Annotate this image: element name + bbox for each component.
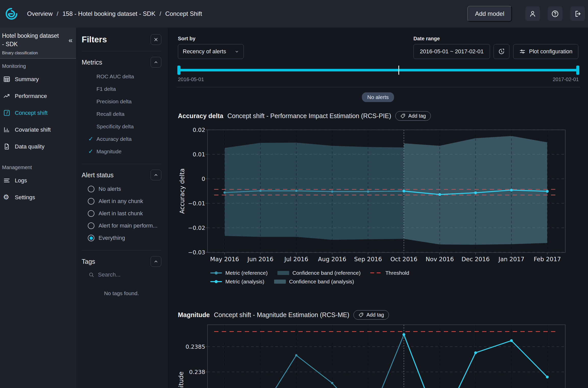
legend-label: Threshold	[385, 270, 409, 276]
filter-metric-specificity-delta[interactable]: Specificity delta	[82, 120, 161, 133]
date-range-slider[interactable]	[178, 65, 579, 75]
svg-text:Oct 2016: Oct 2016	[390, 256, 418, 262]
alert-status-alert-in-any-chunk[interactable]: Alert in any chunk	[82, 195, 161, 207]
chevron-up-icon	[153, 259, 159, 264]
divider	[176, 87, 580, 87]
filter-metric-precision-delta[interactable]: Precision delta	[82, 95, 161, 108]
svg-text:Feb 2017: Feb 2017	[534, 256, 561, 262]
user-account-button[interactable]	[525, 6, 540, 21]
help-button[interactable]	[548, 6, 562, 21]
svg-text:0: 0	[202, 176, 205, 182]
metric-label: Specificity delta	[96, 123, 134, 130]
date-range-group: Date range Plot configu	[413, 36, 578, 59]
svg-text:Jun 2016: Jun 2016	[247, 256, 274, 262]
logout-button[interactable]	[570, 6, 585, 21]
sidebar-item-label: Summary	[15, 76, 39, 83]
radio-icon	[88, 198, 94, 205]
breadcrumb-separator: /	[160, 10, 161, 17]
breadcrumb-item-158-hotel-booking-dataset-sdk[interactable]: 158 - Hotel booking dataset - SDK	[63, 10, 155, 17]
check-icon: ✓	[88, 148, 96, 155]
sidebar-collapse-button[interactable]: «	[68, 32, 72, 49]
check-icon: ✓	[88, 135, 96, 142]
sidebar-item-label: Performance	[15, 93, 47, 99]
alert-status-everything[interactable]: Everything	[82, 232, 161, 244]
slider-handle-right[interactable]	[576, 66, 579, 75]
svg-text:Sep 2016: Sep 2016	[354, 256, 382, 262]
date-range-input[interactable]	[413, 44, 490, 59]
alert-status-alert-in-last-chunk[interactable]: Alert in last chunk	[82, 207, 161, 220]
reset-date-range-button[interactable]	[494, 44, 509, 59]
slider-end-date: 2017-02-01	[553, 77, 579, 82]
alert-status-collapse-button[interactable]	[151, 170, 161, 180]
date-range-label: Date range	[413, 36, 578, 42]
slider-start-date: 2016-05-01	[178, 77, 204, 82]
svg-text:0.238: 0.238	[189, 369, 205, 375]
legend-label: Metric (reference)	[225, 270, 268, 276]
tags-collapse-button[interactable]	[151, 256, 161, 267]
tag-search-input[interactable]	[98, 271, 154, 278]
barchart-icon	[3, 126, 10, 133]
slider-track[interactable]	[178, 69, 579, 71]
radio-label: No alerts	[99, 186, 121, 192]
no-alerts-badge: No alerts	[362, 92, 394, 102]
svg-text:Magnitude: Magnitude	[178, 371, 185, 388]
filter-metric-magnitude[interactable]: ✓Magnitude	[82, 145, 161, 158]
legend-row: Metric (analysis)Confidence band (analys…	[210, 279, 588, 285]
table-icon	[3, 76, 10, 83]
app-logo-icon	[5, 7, 18, 20]
legend-item-metric-analysis: Metric (analysis)	[210, 279, 264, 285]
user-icon	[529, 10, 537, 18]
sidebar-item-logs[interactable]: Logs	[0, 173, 76, 188]
legend-threshold-swatch	[370, 272, 382, 273]
breadcrumb-item-overview[interactable]: Overview	[27, 10, 53, 17]
add-model-button[interactable]: Add model	[467, 6, 512, 22]
legend-label: Confidence band (analysis)	[289, 279, 354, 285]
sidebar-item-performance[interactable]: Performance	[0, 89, 76, 103]
svg-text:0.02: 0.02	[193, 127, 205, 133]
alert-status-alert-for-main-perform[interactable]: Alert for main perform...	[82, 220, 161, 232]
filter-metric-roc-auc-delta[interactable]: ROC AUC delta	[82, 70, 161, 83]
legend-line-swatch	[210, 271, 222, 275]
breadcrumb-separator: /	[57, 10, 58, 17]
sidebar-item-label: Covariate shift	[15, 127, 51, 133]
filters-panel: Filters Metrics ROC AUC deltaF1 deltaPre…	[76, 28, 168, 388]
alert-status-no-alerts[interactable]: No alerts	[82, 183, 161, 195]
plot-configuration-button[interactable]: Plot configuration	[513, 44, 578, 59]
add-tag-label: Add tag	[366, 312, 384, 318]
add-tag-button[interactable]: Add tag	[395, 111, 431, 121]
radio-label: Alert in any chunk	[99, 198, 143, 205]
alert-status-section-title: Alert status	[82, 171, 114, 179]
sidebar-item-summary[interactable]: Summary	[0, 72, 76, 86]
filter-metric-f1-delta[interactable]: F1 delta	[82, 83, 161, 95]
slider-handle-left[interactable]	[177, 66, 180, 75]
nav-group-label-monitoring: Monitoring	[2, 63, 76, 69]
sidebar-item-covariate-shift[interactable]: Covariate shift	[0, 123, 76, 137]
sidebar-item-label: Settings	[15, 194, 35, 201]
sidebar-item-settings[interactable]: ⚙Settings	[0, 190, 76, 205]
tags-section-title: Tags	[82, 258, 95, 265]
sort-by-select[interactable]: Recency of alerts	[178, 44, 244, 59]
filter-metric-recall-delta[interactable]: Recall delta	[82, 108, 161, 120]
sort-by-label: Sort by	[178, 36, 244, 42]
chevron-up-icon	[153, 59, 159, 65]
legend-item-metric-reference: Metric (reference)	[210, 270, 268, 276]
svg-text:Jan 2017: Jan 2017	[498, 256, 524, 262]
sidebar-item-concept-shift[interactable]: fConcept shift	[0, 106, 76, 120]
chart-title: Accuracy delta	[178, 112, 223, 120]
radio-icon	[88, 186, 94, 192]
radio-label: Alert in last chunk	[99, 210, 143, 217]
sidebar-nav: MonitoringSummaryPerformancefConcept shi…	[0, 63, 76, 205]
filters-close-button[interactable]	[151, 34, 161, 45]
metrics-section-title: Metrics	[82, 59, 102, 66]
alert-status-list: No alertsAlert in any chunkAlert in last…	[82, 183, 161, 244]
function-icon: f	[3, 109, 10, 117]
metrics-collapse-button[interactable]	[151, 57, 161, 68]
nav-group-label-management: Management	[2, 165, 76, 170]
add-tag-button[interactable]: Add tag	[353, 310, 389, 320]
filter-metric-accuracy-delta[interactable]: ✓Accuracy delta	[82, 133, 161, 145]
breadcrumb-item-concept-shift: Concept Shift	[165, 10, 202, 17]
svg-text:f: f	[6, 110, 9, 115]
sidebar-item-data-quality[interactable]: Data quality	[0, 140, 76, 154]
svg-text:Aug 2016: Aug 2016	[318, 256, 346, 262]
slider-current-marker	[398, 66, 399, 75]
